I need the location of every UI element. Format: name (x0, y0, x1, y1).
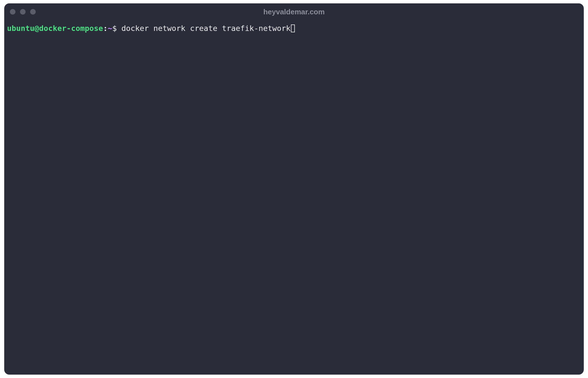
terminal-window: heyvaldemar.com ubuntu@docker-compose:~$… (4, 3, 584, 375)
cursor-icon (291, 24, 295, 32)
close-button[interactable] (10, 9, 15, 15)
command-text: docker network create traefik-network (117, 23, 291, 34)
maximize-button[interactable] (30, 9, 36, 15)
prompt-dollar: $ (112, 23, 117, 34)
prompt-colon: : (103, 23, 107, 34)
prompt-path: ~ (108, 23, 112, 34)
traffic-lights (10, 9, 36, 15)
terminal-line: ubuntu@docker-compose:~$ docker network … (7, 23, 581, 34)
window-title: heyvaldemar.com (263, 8, 325, 16)
terminal-body[interactable]: ubuntu@docker-compose:~$ docker network … (4, 20, 584, 375)
title-bar: heyvaldemar.com (4, 3, 584, 20)
minimize-button[interactable] (20, 9, 26, 15)
prompt-user-host: ubuntu@docker-compose (7, 23, 103, 34)
